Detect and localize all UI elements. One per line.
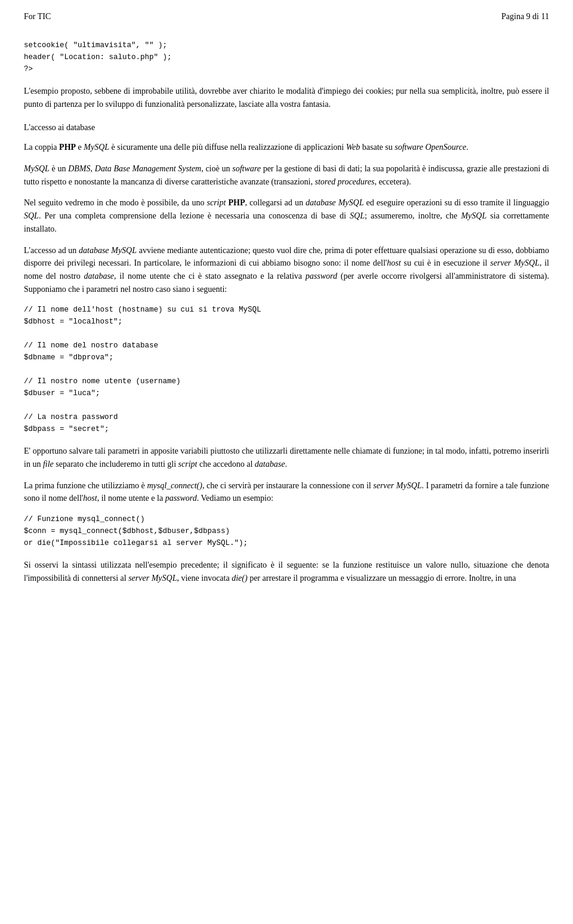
- paragraph-8: Si osservi la sintassi utilizzata nell'e…: [24, 559, 549, 584]
- database-mysql-italic: database MySQL: [306, 198, 363, 207]
- stored-italic: stored procedures: [315, 177, 374, 186]
- web-italic: Web: [346, 143, 361, 152]
- mysql-connect-italic: mysql_connect(): [147, 481, 202, 490]
- page-header: For TIC Pagina 9 di 11: [24, 12, 549, 21]
- password-italic: password: [306, 272, 337, 281]
- file-italic: file: [43, 460, 54, 469]
- die-italic: die(): [232, 574, 247, 583]
- paragraph-6: E' opportuno salvare tali parametri in a…: [24, 445, 549, 470]
- paragraph-1: L'esempio proposto, sebbene di improbabi…: [24, 85, 549, 110]
- paragraph-2: La coppia PHP e MySQL è sicuramente una …: [24, 141, 549, 154]
- server-mysql-italic: server MySQL: [490, 258, 540, 267]
- database-mysql-italic-2: database MySQL: [79, 246, 137, 255]
- paragraph-3: MySQL è un DBMS, Data Base Management Sy…: [24, 162, 549, 188]
- database-italic: database: [84, 272, 115, 281]
- paragraph-7: La prima funzione che utilizziamo è mysq…: [24, 479, 549, 505]
- sql-italic-2: SQL: [350, 211, 365, 220]
- page-content: setcookie( "ultimavisita", "" ); header(…: [24, 39, 549, 584]
- password-italic-2: password: [165, 494, 197, 503]
- paragraph-4: Nel seguito vedremo in che modo è possib…: [24, 196, 549, 235]
- mysql-italic-2: MySQL: [24, 164, 50, 173]
- host-italic-2: host: [83, 494, 97, 503]
- script-italic: script: [207, 198, 226, 207]
- paragraph-5: L'accesso ad un database MySQL avviene m…: [24, 244, 549, 296]
- script-italic-2: script: [178, 460, 198, 469]
- php-bold-2: PHP: [229, 198, 245, 207]
- mysql-italic-3: MySQL: [461, 211, 486, 220]
- sql-italic: SQL: [24, 211, 39, 220]
- software-italic: software OpenSource: [395, 143, 466, 152]
- page-container: For TIC Pagina 9 di 11 setcookie( "ultim…: [0, 0, 573, 924]
- header-left: For TIC: [24, 12, 51, 21]
- server-mysql-italic-2: server MySQL: [373, 481, 421, 490]
- server-mysql-italic-3: server MySQL: [128, 574, 177, 583]
- code-block-2: // Il nome dell'host (hostname) su cui s…: [24, 304, 549, 435]
- code-block-3: // Funzione mysql_connect() $conn = mysq…: [24, 513, 549, 549]
- dbms-italic: DBMS: [68, 164, 90, 173]
- database-italic-2: database: [255, 460, 285, 469]
- php-bold: PHP: [59, 143, 76, 152]
- dbms-full-italic: Data Base Management System: [95, 164, 201, 173]
- software-italic-2: software: [232, 164, 261, 173]
- host-italic: host: [387, 258, 401, 267]
- code-block-1: setcookie( "ultimavisita", "" ); header(…: [24, 39, 549, 75]
- header-right: Pagina 9 di 11: [501, 12, 549, 21]
- mysql-italic: MySQL: [84, 143, 109, 152]
- section-heading: L'accesso ai database: [24, 121, 549, 134]
